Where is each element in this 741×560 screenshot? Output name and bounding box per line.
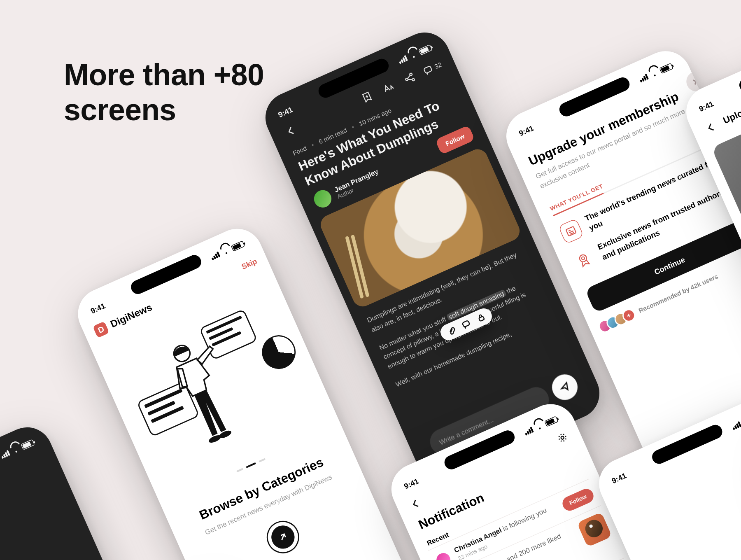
status-time: 9:41: [89, 301, 107, 315]
svg-point-2: [412, 78, 415, 81]
skip-button[interactable]: Skip: [240, 257, 258, 271]
back-icon[interactable]: [700, 117, 720, 137]
comment-count: 32: [433, 61, 443, 70]
settings-icon[interactable]: [552, 428, 572, 448]
award-icon: [571, 247, 597, 273]
next-button[interactable]: [261, 516, 304, 558]
mockup-stage: 9:41 32 Food• 6 min read• 10 mins ago He…: [0, 0, 741, 560]
author-avatar[interactable]: [311, 187, 334, 210]
svg-point-11: [581, 256, 585, 260]
send-button[interactable]: [548, 370, 582, 404]
battery-icon: [418, 44, 433, 55]
status-time: 9:41: [277, 105, 294, 119]
share-icon[interactable]: [399, 68, 419, 88]
back-icon[interactable]: [281, 121, 301, 141]
bookmark-icon[interactable]: [357, 87, 377, 107]
status-time: 9:41: [517, 124, 535, 138]
lock-icon[interactable]: [476, 312, 487, 323]
post-thumbnail: [577, 512, 612, 548]
back-icon[interactable]: [405, 493, 425, 513]
svg-point-10: [578, 254, 587, 263]
meta-category[interactable]: Food: [291, 145, 308, 157]
comment-icon[interactable]: [461, 319, 472, 330]
comments-icon[interactable]: 32: [421, 57, 445, 79]
svg-rect-3: [424, 66, 432, 73]
attach-icon[interactable]: [446, 326, 457, 336]
signal-icon: [398, 55, 408, 64]
svg-rect-9: [566, 226, 576, 236]
wifi-icon: [408, 51, 418, 59]
text-size-icon[interactable]: [378, 78, 398, 98]
newspaper-icon: [558, 218, 584, 244]
follow-button[interactable]: Follow: [560, 487, 596, 513]
svg-point-12: [561, 436, 564, 439]
svg-rect-4: [462, 320, 470, 327]
